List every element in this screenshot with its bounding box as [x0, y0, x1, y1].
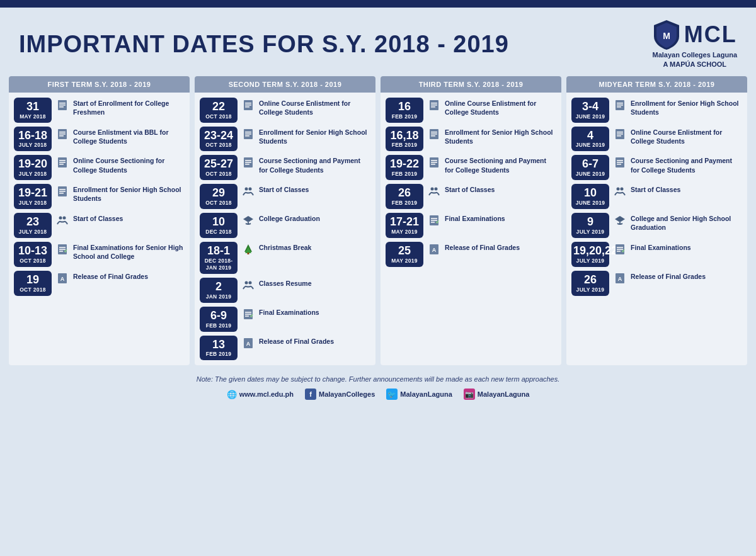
date-number: 10-13	[16, 245, 50, 258]
date-box: 31MAY 2018	[14, 98, 52, 123]
date-number: 19,20,22	[573, 245, 607, 258]
event-row: 6-9FEB 2019Final Examinations	[200, 307, 370, 332]
column-header-first-term: FIRST TERM S.Y. 2018 - 2019	[9, 76, 190, 93]
date-month: JULY 2018	[16, 229, 50, 235]
event-icon	[427, 184, 441, 198]
event-icon	[241, 278, 255, 292]
date-number: 13	[202, 339, 236, 351]
date-number: 22	[202, 101, 236, 113]
event-row: 19-21JULY 2018Enrollment for Senior High…	[14, 184, 185, 209]
column-midyear-term: MIDYEAR TERM S.Y. 2018 - 20193-4JUNE 201…	[566, 76, 747, 366]
date-month: JUNE 2019	[573, 200, 607, 207]
date-number: 23-24	[202, 130, 236, 142]
event-row: 31MAY 2018Start of Enrollment for Colleg…	[14, 98, 185, 123]
date-box: 6-9FEB 2019	[200, 307, 238, 332]
event-icon	[427, 98, 441, 112]
event-row: 19,20,22JULY 2019Final Examinations	[571, 242, 742, 267]
event-icon	[613, 184, 627, 198]
date-month: FEB 2019	[387, 142, 421, 149]
event-label: Release of Final Grades	[73, 272, 148, 281]
event-row: 3-4JUNE 2019Enrollment for Senior High S…	[571, 98, 742, 123]
column-header-midyear-term: MIDYEAR TERM S.Y. 2018 - 2019	[566, 76, 747, 93]
event-icon	[241, 307, 255, 321]
logo-mcl-text: MCL	[684, 21, 737, 48]
svg-rect-27	[245, 105, 251, 106]
event-icon	[55, 127, 69, 141]
date-month: JUNE 2019	[573, 171, 607, 178]
date-number: 19-22	[387, 158, 421, 171]
date-box: 25MAY 2019	[386, 242, 423, 267]
event-row: 2JAN 2019Classes Resume	[200, 278, 370, 303]
svg-rect-4	[59, 106, 64, 108]
date-month: FEB 2019	[202, 322, 236, 329]
svg-text:A: A	[618, 276, 622, 282]
date-box: 17-21MAY 2019	[386, 213, 423, 238]
date-number: 19	[16, 274, 50, 287]
event-icon	[427, 127, 441, 141]
date-number: 10	[573, 187, 607, 200]
svg-rect-82	[617, 162, 623, 163]
event-icon	[613, 213, 627, 227]
date-box: 19-22FEB 2019	[386, 155, 423, 180]
website-link[interactable]: www.mcl.edu.ph	[239, 390, 294, 398]
date-box: 10JUNE 2019	[571, 184, 609, 209]
date-number: 23	[16, 216, 50, 229]
event-row: 10JUNE 2019Start of Classes	[571, 184, 742, 209]
svg-rect-15	[59, 191, 66, 192]
svg-point-38	[249, 188, 252, 191]
date-month: OCT 2018	[202, 171, 236, 178]
logo-area: M MCL Malayan Colleges Laguna A MAPÚA SC…	[653, 19, 737, 70]
event-row: 19-20JULY 2018Online Course Sectioning f…	[14, 155, 185, 180]
date-box: 19-21JULY 2018	[14, 184, 52, 209]
event-row: 19-22FEB 2019Course Sectioning and Payme…	[386, 155, 556, 180]
column-header-third-term: THIRD TERM S.Y. 2018 - 2019	[381, 76, 561, 93]
svg-text:M: M	[663, 31, 670, 41]
event-icon	[613, 156, 627, 169]
date-number: 17-21	[387, 216, 421, 229]
date-number: 16-18	[16, 130, 50, 142]
svg-rect-59	[431, 135, 435, 137]
event-label: Start of Classes	[259, 185, 309, 194]
date-month: FEB 2019	[387, 171, 421, 178]
date-number: 19-20	[16, 158, 50, 171]
svg-rect-83	[617, 164, 621, 165]
svg-rect-32	[245, 135, 249, 137]
event-label: Enrollment for Senior High School Studen…	[445, 128, 556, 145]
date-month: JULY 2019	[573, 229, 607, 235]
event-label: Release of Final Grades	[445, 243, 520, 252]
date-number: 16	[387, 101, 421, 113]
event-label: Online Course Enlistment for College Stu…	[445, 99, 556, 116]
date-box: 25-27OCT 2018	[200, 155, 238, 180]
event-label: Classes Resume	[259, 279, 311, 288]
event-icon: A	[427, 242, 441, 256]
date-month: JAN 2019	[202, 293, 236, 300]
date-box: 22OCT 2018	[200, 98, 238, 123]
date-box: 19OCT 2018	[14, 271, 52, 296]
date-number: 2	[202, 281, 236, 293]
event-row: 16,18FEB 2019Enrollment for Senior High …	[386, 127, 556, 152]
date-number: 19-21	[16, 187, 50, 200]
event-row: 23JULY 2018Start of Classes	[14, 213, 185, 238]
event-icon	[55, 156, 69, 169]
event-row: 6-7JUNE 2019Course Sectioning and Paymen…	[571, 155, 742, 180]
event-label: Online Course Enlistment for College Stu…	[631, 128, 742, 145]
date-box: 23-24OCT 2018	[200, 127, 238, 152]
svg-rect-30	[245, 132, 251, 133]
date-month: JULY 2019	[573, 287, 607, 293]
event-label: Final Examinations	[631, 243, 691, 252]
event-icon	[55, 213, 69, 227]
svg-rect-73	[617, 103, 623, 104]
svg-point-17	[59, 217, 62, 220]
instagram-icon: 📷	[464, 389, 475, 400]
date-box: 26JULY 2019	[571, 271, 609, 296]
event-row: 9JULY 2019College and Senior High School…	[571, 213, 742, 238]
svg-rect-7	[59, 133, 66, 135]
event-label: Online Course Enlistment for College Stu…	[259, 99, 370, 116]
date-month: FEB 2019	[387, 200, 421, 207]
svg-rect-36	[245, 164, 249, 165]
date-number: 25-27	[202, 158, 236, 171]
svg-rect-57	[431, 132, 437, 133]
event-icon	[241, 184, 255, 198]
event-icon	[427, 156, 441, 169]
event-row: 16FEB 2019Online Course Enlistment for C…	[386, 98, 556, 123]
